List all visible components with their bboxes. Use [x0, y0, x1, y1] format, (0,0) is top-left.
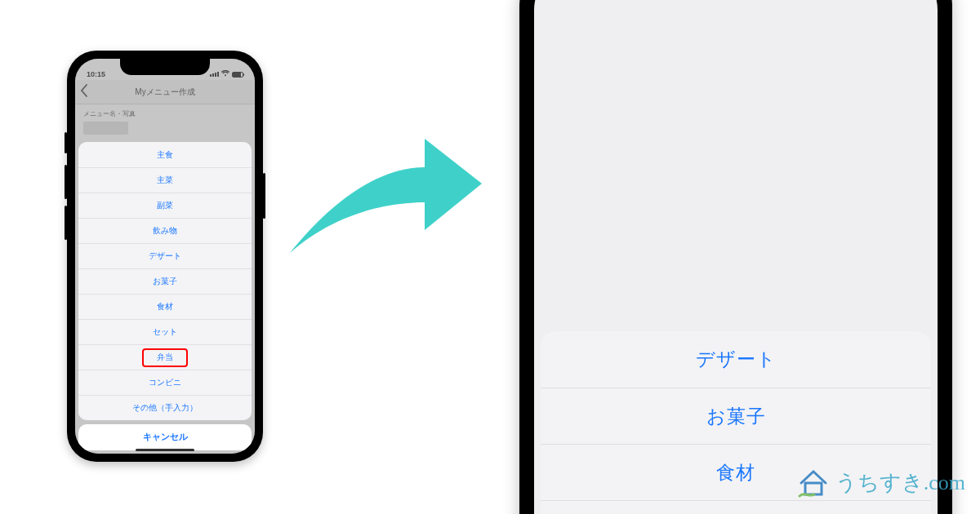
sheet-item-10[interactable]: その他（手入力）	[78, 395, 252, 420]
svg-rect-0	[805, 483, 822, 494]
watermark-text: うちすき.com	[835, 468, 965, 497]
house-icon	[796, 465, 831, 499]
sheet-item-3[interactable]: 飲み物	[78, 218, 252, 243]
sheet-item-1[interactable]: 主菜	[78, 167, 252, 193]
sheet-item-7[interactable]: セット	[78, 319, 252, 344]
action-sheet-list: 主食主菜副菜飲み物デザートお菓子食材セット弁当コンビニその他（手入力）	[78, 142, 252, 420]
notch	[120, 59, 210, 75]
sheet-item-4[interactable]: デザート	[78, 243, 252, 268]
sheet-item-5[interactable]: お菓子	[78, 268, 252, 294]
watermark: うちすき.com	[796, 465, 965, 499]
action-sheet-left: 主食主菜副菜飲み物デザートお菓子食材セット弁当コンビニその他（手入力） キャンセ…	[78, 142, 252, 450]
sheet-item-zoom-7[interactable]: セット	[541, 500, 931, 514]
phone-mockup-right: デザートお菓子食材セット弁当コンビニその他（手入力） キャンセル	[519, 0, 952, 472]
sheet-item-zoom-5[interactable]: お菓子	[541, 388, 931, 444]
phone-screen-right: デザートお菓子食材セット弁当コンビニその他（手入力） キャンセル	[534, 0, 938, 514]
sheet-item-2[interactable]: 副菜	[78, 193, 252, 218]
cancel-button[interactable]: キャンセル	[78, 424, 252, 450]
sheet-item-8[interactable]: 弁当	[78, 344, 252, 370]
sheet-item-0[interactable]: 主食	[78, 142, 252, 167]
phone-mockup-left: 10:15 Myメニュー作成 メニュー名・写真 主食主菜副菜飲み物デザートお菓子…	[67, 51, 263, 462]
home-indicator[interactable]	[136, 449, 194, 451]
phone-screen-left: 10:15 Myメニュー作成 メニュー名・写真 主食主菜副菜飲み物デザートお菓子…	[75, 59, 255, 454]
sheet-item-9[interactable]: コンビニ	[78, 370, 252, 395]
sheet-item-6[interactable]: 食材	[78, 294, 252, 319]
arrow-icon	[282, 122, 486, 269]
sheet-item-zoom-4[interactable]: デザート	[541, 331, 931, 388]
